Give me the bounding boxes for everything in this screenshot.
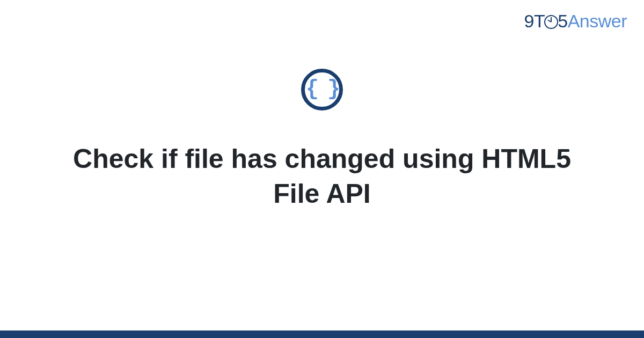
code-braces-icon: { } bbox=[306, 79, 338, 100]
logo-part-9t: 9T bbox=[524, 11, 545, 31]
page-title: Check if file has changed using HTML5 Fi… bbox=[59, 142, 585, 211]
main-content: { } Check if file has changed using HTML… bbox=[0, 69, 644, 211]
footer-accent-bar bbox=[0, 330, 644, 338]
logo-part-5: 5 bbox=[558, 11, 567, 31]
logo-part-answer: Answer bbox=[568, 11, 627, 31]
category-icon-circle: { } bbox=[301, 69, 343, 111]
clock-icon bbox=[544, 15, 558, 29]
site-logo: 9T5Answer bbox=[524, 11, 627, 32]
